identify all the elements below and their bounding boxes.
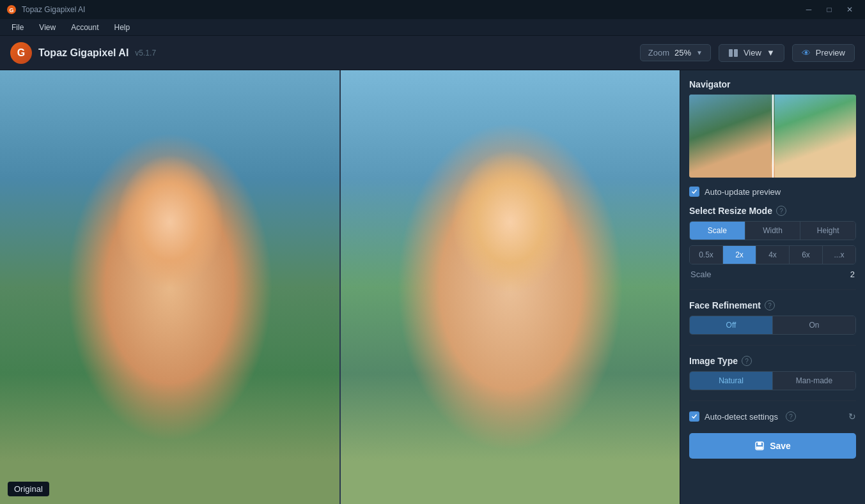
face-refinement-toggle: Off On — [689, 316, 856, 335]
close-button[interactable]: ✕ — [841, 3, 859, 16]
image-type-toggle: Natural Man-made — [689, 371, 856, 390]
resize-mode-help-icon[interactable]: ? — [776, 206, 786, 216]
face-refinement-section: Face Refinement ? Off On — [689, 300, 856, 335]
portrait-simulation-right — [341, 70, 680, 504]
auto-update-label: Auto-update preview — [705, 187, 781, 197]
image-area: Original — [0, 70, 680, 504]
right-panel: Navigator Auto-update preview Select Res… — [680, 70, 865, 504]
scale-label: Scale — [690, 270, 712, 279]
svg-rect-2 — [729, 49, 733, 57]
auto-detect-checkmark-icon — [691, 413, 697, 420]
resize-mode-buttons: Scale Width Height — [689, 221, 856, 240]
title-bar-left: G Topaz Gigapixel AI — [6, 4, 85, 15]
menu-view[interactable]: View — [33, 22, 62, 33]
view-icon — [728, 48, 738, 58]
image-type-help-icon[interactable]: ? — [742, 356, 752, 366]
save-button[interactable]: Save — [689, 433, 856, 459]
navigator-right-half — [775, 95, 857, 178]
title-bar-controls: ─ □ ✕ — [800, 3, 859, 16]
scale-4x-button[interactable]: 4x — [756, 246, 790, 264]
svg-rect-6 — [756, 447, 763, 449]
resize-width-button[interactable]: Width — [745, 222, 801, 240]
enhanced-image — [341, 70, 680, 504]
preview-icon: 👁 — [802, 48, 811, 58]
auto-update-row[interactable]: Auto-update preview — [689, 187, 856, 197]
portrait-simulation-left — [0, 70, 339, 504]
scale-0-5x-button[interactable]: 0.5x — [690, 246, 723, 264]
original-label: Original — [8, 482, 49, 496]
svg-rect-3 — [734, 49, 738, 57]
view-button[interactable]: View ▼ — [719, 44, 784, 62]
divider-3 — [689, 401, 856, 401]
auto-detect-row: Auto-detect settings ? ↻ — [689, 411, 856, 422]
resize-mode-section: Select Resize Mode ? Scale Width Height … — [689, 206, 856, 279]
app-version: v5.1.7 — [135, 49, 156, 57]
scale-custom-button[interactable]: ...x — [823, 246, 855, 264]
zoom-value: 25% — [674, 48, 691, 57]
maximize-button[interactable]: □ — [820, 3, 838, 16]
face-refinement-title: Face Refinement — [689, 300, 761, 310]
preview-button[interactable]: 👁 Preview — [792, 44, 855, 62]
face-off-button[interactable]: Off — [690, 316, 773, 334]
original-image — [0, 70, 339, 504]
scale-2x-button[interactable]: 2x — [723, 246, 756, 264]
scale-value: 2 — [850, 270, 855, 279]
image-type-section: Image Type ? Natural Man-made — [689, 356, 856, 390]
auto-detect-checkbox-row[interactable]: Auto-detect settings ? — [689, 411, 796, 422]
zoom-label: Zoom — [648, 48, 669, 57]
menu-account[interactable]: Account — [65, 22, 105, 33]
zoom-dropdown-icon: ▼ — [696, 49, 703, 56]
save-icon — [754, 441, 765, 451]
enhanced-image-panel — [341, 70, 680, 504]
resize-height-button[interactable]: Height — [800, 222, 855, 240]
resize-mode-title: Select Resize Mode — [689, 206, 772, 216]
image-natural-button[interactable]: Natural — [690, 372, 773, 390]
scale-6x-button[interactable]: 6x — [790, 246, 823, 264]
app-name: Topaz Gigapixel AI — [38, 47, 129, 59]
auto-update-checkbox[interactable] — [689, 187, 699, 197]
resize-mode-header: Select Resize Mode ? — [689, 206, 856, 216]
image-type-header: Image Type ? — [689, 356, 856, 366]
minimize-button[interactable]: ─ — [800, 3, 818, 16]
auto-detect-checkbox[interactable] — [689, 411, 699, 422]
main-layout: Original Navigator Aut — [0, 70, 865, 504]
resize-scale-button[interactable]: Scale — [690, 222, 745, 240]
image-type-title: Image Type — [689, 356, 738, 366]
checkmark-icon — [691, 188, 697, 195]
refresh-icon[interactable]: ↻ — [848, 411, 856, 422]
menu-file[interactable]: File — [5, 22, 30, 33]
title-bar-text: Topaz Gigapixel AI — [22, 5, 85, 14]
auto-detect-help-icon[interactable]: ? — [786, 411, 796, 422]
face-on-button[interactable]: On — [773, 316, 855, 334]
app-title-icon: G — [6, 4, 17, 15]
menu-bar: File View Account Help — [0, 19, 865, 36]
view-dropdown-icon: ▼ — [767, 48, 775, 57]
view-label: View — [744, 48, 761, 57]
scale-buttons: 0.5x 2x 4x 6x ...x — [689, 245, 856, 264]
preview-label: Preview — [816, 48, 845, 57]
toolbar-left: G Topaz Gigapixel AI v5.1.7 — [10, 42, 156, 64]
title-bar: G Topaz Gigapixel AI ─ □ ✕ — [0, 0, 865, 19]
divider-1 — [689, 289, 856, 290]
navigator-left-half — [689, 95, 771, 178]
face-refinement-help-icon[interactable]: ? — [765, 300, 775, 310]
scale-value-row: Scale 2 — [689, 270, 856, 279]
svg-text:G: G — [9, 7, 13, 13]
face-refinement-header: Face Refinement ? — [689, 300, 856, 310]
navigator-thumbnail[interactable] — [689, 95, 856, 178]
navigator-title: Navigator — [689, 79, 856, 89]
svg-rect-5 — [758, 442, 761, 445]
navigator-divider — [772, 95, 774, 178]
image-manmade-button[interactable]: Man-made — [773, 372, 855, 390]
toolbar-center: Zoom 25% ▼ View ▼ 👁 Preview — [640, 44, 855, 62]
original-image-panel: Original — [0, 70, 341, 504]
toolbar: G Topaz Gigapixel AI v5.1.7 Zoom 25% ▼ V… — [0, 36, 865, 70]
zoom-control[interactable]: Zoom 25% ▼ — [640, 44, 711, 61]
navigator-section: Navigator — [689, 79, 856, 178]
save-label: Save — [770, 441, 791, 451]
auto-detect-label: Auto-detect settings — [705, 412, 778, 422]
divider-2 — [689, 345, 856, 346]
menu-help[interactable]: Help — [108, 22, 137, 33]
app-logo: G — [10, 42, 32, 64]
